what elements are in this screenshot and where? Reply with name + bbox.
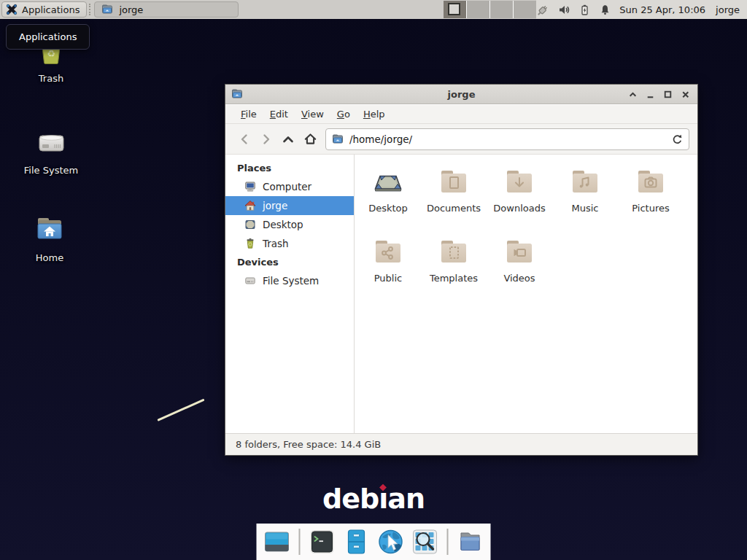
sidebar-item-file-system[interactable]: File System xyxy=(225,271,354,290)
show-desktop-button[interactable] xyxy=(263,528,291,556)
menu-file[interactable]: File xyxy=(234,106,263,122)
cursor-trail-line xyxy=(157,399,204,421)
home-icon xyxy=(244,200,256,211)
system-tray xyxy=(536,3,611,17)
file-item-documents[interactable]: Documents xyxy=(421,164,487,234)
sidebar: Places Computer jorge Desktop Trash Devi… xyxy=(225,155,355,433)
drive-icon xyxy=(244,275,256,287)
taskbar-window-button[interactable]: jorge xyxy=(94,1,239,18)
window-controls xyxy=(628,85,690,104)
battery-icon[interactable] xyxy=(578,4,591,16)
file-label: Public xyxy=(374,273,402,284)
computer-icon xyxy=(244,181,256,192)
minimize-button[interactable] xyxy=(646,90,655,99)
window-title: jorge xyxy=(225,89,697,100)
location-bar[interactable]: /home/jorge/ xyxy=(325,128,689,150)
globe-icon xyxy=(377,528,405,556)
menu-edit[interactable]: Edit xyxy=(263,106,295,122)
up-button[interactable] xyxy=(277,128,299,150)
file-item-downloads[interactable]: Downloads xyxy=(487,164,552,234)
home-folder-icon xyxy=(32,212,67,247)
workspace-3[interactable] xyxy=(489,1,513,18)
sidebar-item-label: File System xyxy=(263,275,319,287)
show-desktop-icon xyxy=(263,528,291,556)
sidebar-item-trash[interactable]: Trash xyxy=(225,234,354,253)
file-item-music[interactable]: Music xyxy=(552,164,618,234)
forward-icon xyxy=(260,133,273,146)
share-folder-icon xyxy=(371,234,406,269)
workspace-switcher xyxy=(444,1,536,18)
file-item-public[interactable]: Public xyxy=(355,234,421,304)
desktop-icon-label: Home xyxy=(13,252,86,263)
drive-icon xyxy=(34,125,69,160)
folder-icon xyxy=(457,528,484,556)
folder-launcher[interactable] xyxy=(457,528,484,556)
file-manager-window: jorge File Edit View Go Help xyxy=(225,84,698,456)
window-body: Places Computer jorge Desktop Trash Devi… xyxy=(225,155,697,433)
terminal-launcher[interactable] xyxy=(309,528,336,556)
sidebar-item-label: Computer xyxy=(263,181,311,192)
file-view[interactable]: Desktop Documents Downloads xyxy=(355,155,697,433)
workspace-1[interactable] xyxy=(444,1,466,18)
trash-icon xyxy=(244,238,256,249)
status-bar: 8 folders, Free space: 14.4 GiB xyxy=(225,433,697,455)
sidebar-item-jorge[interactable]: jorge xyxy=(225,196,354,215)
window-titlebar[interactable]: jorge xyxy=(225,85,697,104)
file-label: Music xyxy=(572,203,599,214)
clock[interactable]: Sun 25 Apr, 10:06 xyxy=(619,4,705,15)
sidebar-places-header: Places xyxy=(225,159,354,177)
panel-handle[interactable] xyxy=(89,4,92,15)
folder-icon xyxy=(332,133,344,145)
sidebar-item-computer[interactable]: Computer xyxy=(225,177,354,196)
workspace-window-thumbnail xyxy=(448,3,460,15)
up-icon xyxy=(282,133,295,146)
close-button[interactable] xyxy=(681,90,690,99)
path-input[interactable]: /home/jorge/ xyxy=(349,133,665,145)
music-folder-icon xyxy=(568,164,603,199)
forward-button[interactable] xyxy=(255,128,277,150)
applications-tooltip: Applications xyxy=(6,24,90,50)
file-label: Documents xyxy=(427,203,481,214)
desktop-icon-file-system[interactable]: File System xyxy=(15,125,88,176)
file-manager-launcher[interactable] xyxy=(343,528,371,556)
file-item-templates[interactable]: Templates xyxy=(421,234,487,304)
sidebar-devices-header: Devices xyxy=(225,253,354,271)
applications-icon xyxy=(6,4,18,15)
toolbar: /home/jorge/ xyxy=(225,124,697,155)
workspace-2[interactable] xyxy=(466,1,489,18)
file-label: Videos xyxy=(503,273,535,284)
volume-icon[interactable] xyxy=(558,4,570,16)
menu-help[interactable]: Help xyxy=(357,106,392,122)
menu-view[interactable]: View xyxy=(295,106,330,122)
terminal-icon xyxy=(309,528,336,556)
network-icon[interactable] xyxy=(536,3,550,17)
back-button[interactable] xyxy=(233,128,255,150)
web-browser-launcher[interactable] xyxy=(377,528,405,556)
home-button[interactable] xyxy=(299,128,321,150)
desktop-icon-home[interactable]: Home xyxy=(13,212,86,263)
tooltip-text: Applications xyxy=(19,31,77,42)
shade-button[interactable] xyxy=(628,90,638,99)
file-item-desktop[interactable]: Desktop xyxy=(355,164,421,234)
workspace-4[interactable] xyxy=(513,1,536,18)
reload-icon[interactable] xyxy=(671,133,683,145)
camera-folder-icon xyxy=(633,164,668,199)
file-item-videos[interactable]: Videos xyxy=(487,234,552,304)
file-item-pictures[interactable]: Pictures xyxy=(618,164,684,234)
panel-username: jorge xyxy=(716,4,740,15)
panel-right-section: Sun 25 Apr, 10:06 jorge xyxy=(536,0,747,19)
file-label: Desktop xyxy=(368,203,408,214)
sidebar-item-label: jorge xyxy=(263,200,287,211)
application-finder-launcher[interactable] xyxy=(411,528,439,556)
applications-menu-button[interactable]: Applications xyxy=(1,1,87,18)
menu-go[interactable]: Go xyxy=(330,106,357,122)
desktop-icon xyxy=(244,219,256,230)
back-icon xyxy=(238,133,251,146)
home-icon xyxy=(303,132,317,146)
dock-separator xyxy=(299,529,301,555)
download-folder-icon xyxy=(502,164,537,199)
maximize-button[interactable] xyxy=(663,90,673,99)
notifications-icon[interactable] xyxy=(599,4,611,16)
video-folder-icon xyxy=(502,234,537,269)
sidebar-item-desktop[interactable]: Desktop xyxy=(225,215,354,234)
